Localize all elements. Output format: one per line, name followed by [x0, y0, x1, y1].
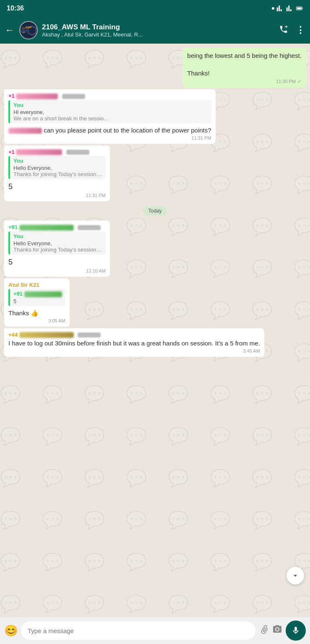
quote-3: You Hello Everyone, Thanks for joining T…: [8, 156, 106, 179]
sender-5: Atul Sir K21: [8, 282, 65, 288]
svg-text:aws: aws: [22, 28, 25, 30]
back-button[interactable]: ←: [5, 25, 14, 36]
message-incoming-5: Atul Sir K21 +91 5 Thanks 👍 3:05 AM: [4, 278, 70, 327]
msg-time-3: 11:31 PM: [86, 193, 106, 198]
sender-2: +1: [8, 93, 211, 99]
msg-time-row-4: 12:10 AM: [8, 268, 106, 273]
status-time: 10:36: [7, 5, 24, 12]
attach-button[interactable]: [256, 623, 271, 639]
msg-time-row-3: 11:31 PM: [8, 193, 106, 198]
msg-time-row-2: 11:31 PM: [8, 135, 211, 140]
sender-3: +1: [8, 149, 106, 156]
message-input[interactable]: [21, 621, 255, 640]
msg-time-row-5: 3:05 AM: [8, 318, 65, 323]
quote-4: You Hello Everyone, Thanks for joining T…: [8, 231, 106, 254]
menu-button[interactable]: ⋮: [296, 25, 305, 36]
quote-text-5: 5: [13, 298, 62, 304]
chat-wrapper: being the lowest and 5 being the highest…: [0, 44, 310, 617]
header-actions: ⋮: [279, 25, 305, 36]
quote-text-2b: We are on a short break in the sessio...: [13, 115, 208, 122]
quote-text-2a: Hi everyone,: [13, 109, 208, 115]
svg-text:Learning: Learning: [22, 32, 25, 33]
bubble-incoming-6: +44 I have to log out 30mins before fini…: [4, 328, 264, 357]
header-info: 2106_AWS ML Training Akshay , Atul Sir, …: [42, 23, 275, 38]
msg-time-row-6: 3:45 AM: [8, 348, 260, 353]
quote-5: +91 5: [8, 289, 65, 306]
date-separator: Today: [143, 206, 167, 216]
msg-time-4: 12:10 AM: [86, 268, 105, 273]
message-incoming-2: +1 You Hi everyone, We are on a short br…: [4, 89, 216, 144]
group-title: 2106_AWS ML Training: [42, 23, 275, 31]
msg-text-5: Thanks 👍: [8, 309, 65, 317]
quote-sender-4: You: [13, 233, 102, 239]
call-button[interactable]: [279, 25, 288, 36]
msg-time-1: 11:30 PM: [276, 79, 296, 84]
input-area: 😊: [0, 617, 310, 644]
quote-text-3b: Thanks for joining Today's session....: [13, 171, 102, 177]
msg-time-5: 3:05 AM: [48, 318, 65, 323]
msg-time-6: 3:45 AM: [243, 348, 260, 353]
scroll-down-button[interactable]: [287, 567, 304, 584]
bubble-outgoing-1: being the lowest and 5 being the highest…: [183, 48, 306, 88]
message-outgoing-1: being the lowest and 5 being the highest…: [183, 48, 306, 88]
quote-sender-5: +91: [13, 291, 62, 297]
quote-text-4a: Hello Everyone,: [13, 240, 102, 247]
quote-sender-2: You: [13, 102, 208, 108]
quote-text-3a: Hello Everyone,: [13, 165, 102, 171]
msg-text-2: can you please point out to the location…: [8, 126, 211, 135]
group-members: Akshay , Atul Sir, Garvit K21, Meenal, R…: [42, 31, 275, 38]
quote-2: You Hi everyone, We are on a short break…: [8, 100, 211, 123]
msg-text-4: 5: [8, 257, 106, 267]
chat-header: ← aws certified Machine Learning 2106_AW…: [0, 17, 310, 44]
bubble-incoming-4: +91 You Hello Everyone, Thanks for joini…: [4, 221, 110, 277]
msg-time-row-1: 11:30 PM ✓: [187, 78, 302, 84]
chat-area: being the lowest and 5 being the highest…: [0, 44, 310, 617]
camera-button[interactable]: [272, 624, 282, 637]
message-incoming-4: +91 You Hello Everyone, Thanks for joini…: [4, 221, 110, 277]
bubble-incoming-3: +1 You Hello Everyone, Thanks for joinin…: [4, 145, 110, 202]
mic-button[interactable]: [286, 621, 306, 641]
quote-text-4b: Thanks for joining Today's session....: [13, 247, 102, 253]
signal-icon-2: [286, 5, 294, 12]
aws-logo-icon: aws certified Machine Learning: [20, 23, 27, 37]
bubble-incoming-2: +1 You Hi everyone, We are on a short br…: [4, 89, 216, 144]
svg-rect-1: [297, 8, 302, 10]
msg-text-3: 5: [8, 182, 106, 192]
emoji-button[interactable]: 😊: [4, 624, 18, 637]
bubble-incoming-5: Atul Sir K21 +91 5 Thanks 👍 3:05 AM: [4, 278, 70, 327]
svg-text:certified: certified: [22, 30, 25, 31]
battery-icon: [296, 5, 303, 12]
status-icons: [272, 5, 303, 12]
status-bar: 10:36: [0, 0, 310, 17]
message-incoming-6: +44 I have to log out 30mins before fini…: [4, 328, 264, 357]
message-incoming-3: +1 You Hello Everyone, Thanks for joinin…: [4, 145, 110, 202]
msg-time-2: 11:31 PM: [192, 135, 211, 140]
msg-text-6: I have to log out 30mins before finish b…: [8, 339, 260, 348]
sender-6: +44: [8, 332, 260, 338]
msg-text-1: being the lowest and 5 being the highest…: [187, 51, 302, 78]
tick-1: ✓: [297, 78, 302, 84]
quote-sender-3: You: [13, 158, 102, 164]
group-avatar: aws certified Machine Learning: [19, 21, 38, 39]
sender-4: +91: [8, 224, 106, 231]
signal-icon: [276, 5, 284, 12]
status-dot: [272, 7, 274, 10]
